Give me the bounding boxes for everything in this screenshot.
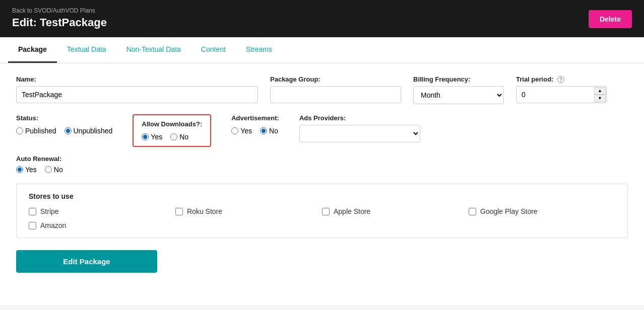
trial-period-input-wrapper: ▲ ▼: [516, 86, 607, 103]
top-bar: Back to SVOD/AuthVOD Plans Edit: TestPac…: [0, 0, 644, 63]
ads-providers-select[interactable]: [299, 125, 420, 142]
store-item-apple: Apple Store: [322, 207, 469, 215]
ads-providers-group: Ads Providers:: [299, 114, 420, 142]
stripe-label[interactable]: Stripe: [40, 207, 59, 215]
spinner-buttons: ▲ ▼: [594, 87, 606, 102]
roku-store-label[interactable]: Roku Store: [187, 207, 222, 215]
allow-downloads-radio-row: Yes No: [142, 133, 202, 141]
package-group-select[interactable]: [270, 86, 401, 103]
ads-providers-label: Ads Providers:: [299, 114, 420, 122]
tab-non-textual-data[interactable]: Non-Textual Data: [116, 37, 191, 63]
stripe-checkbox[interactable]: [29, 208, 36, 215]
auto-renewal-label: Auto Renewal:: [16, 155, 628, 163]
auto-renewal-no-label: No: [54, 166, 63, 174]
trial-period-input[interactable]: [516, 86, 607, 103]
store-item-amazon: Amazon: [29, 221, 175, 229]
status-published-option[interactable]: Published: [16, 127, 56, 135]
advertisement-yes-label: Yes: [240, 127, 252, 135]
allow-downloads-label: Allow Downloads?:: [142, 120, 202, 128]
status-unpublished-option[interactable]: Unpublished: [65, 127, 113, 135]
package-group-select-wrapper: [270, 86, 401, 103]
trial-period-info-icon: ?: [557, 76, 564, 83]
store-item-google: Google Play Store: [469, 207, 615, 215]
auto-renewal-no-radio[interactable]: [45, 166, 52, 173]
tabs-bar: Package Textual Data Non-Textual Data Co…: [0, 37, 644, 63]
edit-package-button[interactable]: Edit Package: [16, 250, 157, 273]
main-content: Name: Package Group: Billing Frequency: …: [0, 63, 644, 305]
delete-button[interactable]: Delete: [589, 10, 632, 28]
tab-content[interactable]: Content: [191, 37, 236, 63]
back-link[interactable]: Back to SVOD/AuthVOD Plans: [12, 7, 632, 14]
allow-downloads-yes-label: Yes: [151, 133, 162, 141]
roku-store-checkbox[interactable]: [175, 208, 183, 215]
google-play-store-checkbox[interactable]: [469, 208, 476, 215]
auto-renewal-no-option[interactable]: No: [45, 166, 63, 174]
package-group-group: Package Group:: [270, 75, 401, 103]
spinner-down-button[interactable]: ▼: [594, 95, 606, 102]
trial-period-label: Trial period: ?: [516, 75, 607, 83]
spinner-up-button[interactable]: ▲: [594, 87, 606, 95]
header: Back to SVOD/AuthVOD Plans Edit: TestPac…: [0, 0, 644, 37]
status-radio-row: Published Unpublished: [16, 127, 112, 135]
status-group: Status: Published Unpublished: [16, 114, 112, 135]
allow-downloads-no-radio[interactable]: [170, 133, 177, 140]
status-unpublished-label: Unpublished: [74, 127, 113, 135]
status-published-label: Published: [25, 127, 56, 135]
allow-downloads-box: Allow Downloads?: Yes No: [133, 114, 211, 147]
page-title: Edit: TestPackage: [12, 16, 632, 29]
advertisement-group: Advertisement: Yes No: [231, 114, 279, 135]
package-group-label: Package Group:: [270, 75, 401, 83]
advertisement-no-radio[interactable]: [260, 127, 267, 134]
amazon-label[interactable]: Amazon: [40, 221, 66, 229]
form-row-1: Name: Package Group: Billing Frequency: …: [16, 75, 628, 104]
advertisement-label: Advertisement:: [231, 114, 279, 122]
auto-renewal-yes-radio[interactable]: [16, 166, 23, 173]
auto-renewal-section: Auto Renewal: Yes No: [16, 155, 628, 174]
trial-period-group: Trial period: ? ▲ ▼: [516, 75, 607, 103]
amazon-checkbox[interactable]: [29, 222, 36, 229]
status-section: Status: Published Unpublished Allow Down…: [16, 114, 628, 147]
tab-streams[interactable]: Streams: [236, 37, 282, 63]
tab-package[interactable]: Package: [8, 37, 57, 63]
auto-renewal-yes-label: Yes: [25, 166, 37, 174]
name-label: Name:: [16, 75, 258, 83]
billing-frequency-select[interactable]: MonthWeekYearDay: [413, 86, 504, 104]
advertisement-yes-option[interactable]: Yes: [231, 127, 252, 135]
apple-store-checkbox[interactable]: [322, 208, 330, 215]
advertisement-no-option[interactable]: No: [260, 127, 278, 135]
status-unpublished-radio[interactable]: [65, 127, 72, 134]
allow-downloads-yes-radio[interactable]: [142, 133, 149, 140]
billing-frequency-group: Billing Frequency: MonthWeekYearDay: [413, 75, 504, 104]
store-item-roku: Roku Store: [175, 207, 322, 215]
stores-section: Stores to use Stripe Roku Store Apple St…: [16, 184, 628, 238]
allow-downloads-no-label: No: [179, 133, 188, 141]
name-input[interactable]: [16, 86, 258, 103]
name-group: Name:: [16, 75, 258, 103]
status-published-radio[interactable]: [16, 127, 23, 134]
tab-textual-data[interactable]: Textual Data: [57, 37, 116, 63]
stores-grid: Stripe Roku Store Apple Store Google Pla…: [29, 207, 615, 229]
allow-downloads-no-option[interactable]: No: [170, 133, 188, 141]
apple-store-label[interactable]: Apple Store: [334, 207, 370, 215]
advertisement-no-label: No: [269, 127, 278, 135]
billing-frequency-label: Billing Frequency:: [413, 75, 504, 83]
advertisement-yes-radio[interactable]: [231, 127, 238, 134]
auto-renewal-yes-option[interactable]: Yes: [16, 166, 37, 174]
stores-title: Stores to use: [29, 192, 615, 200]
google-play-store-label[interactable]: Google Play Store: [480, 207, 538, 215]
advertisement-radio-row: Yes No: [231, 127, 279, 135]
auto-renewal-radio-row: Yes No: [16, 166, 628, 174]
allow-downloads-yes-option[interactable]: Yes: [142, 133, 162, 141]
store-item-stripe: Stripe: [29, 207, 175, 215]
status-label: Status:: [16, 114, 112, 122]
